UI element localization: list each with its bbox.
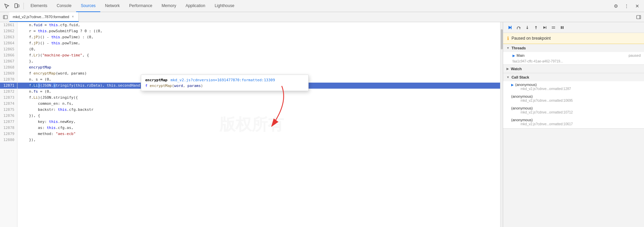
tooltip-link[interactable]: mkd_v2.js?cdnversion=1691477870:formatte… xyxy=(171,78,275,82)
line-num-12878: 12878 xyxy=(0,125,17,131)
line-num-12864: 12864 xyxy=(0,40,17,46)
code-line-12873: f.Li)(JSON.stringify({ xyxy=(17,95,503,101)
line-num-12872: 12872 xyxy=(0,89,17,95)
line-num-12871: 12871 xyxy=(0,83,17,89)
watch-label: Watch xyxy=(511,67,522,71)
line-num-12880: 12880 xyxy=(0,137,17,143)
file-tab-close[interactable]: × xyxy=(70,14,75,19)
svg-rect-21 xyxy=(562,26,564,29)
sidebar-toggle-button[interactable] xyxy=(1,13,9,21)
file-tab-mkd[interactable]: mkd_v2.js?cdnve...7870:formatted × xyxy=(9,12,79,22)
line-num-12869: 12869 xyxy=(0,71,17,77)
toolbar-divider-1 xyxy=(23,3,24,9)
close-devtools-button[interactable]: ✕ xyxy=(633,1,642,11)
code-line-12879: method: "aes-ecb" xyxy=(17,131,503,137)
line-num-12863: 12863 xyxy=(0,34,17,40)
paused-banner: ℹ Paused on breakpoint xyxy=(503,33,644,44)
inspect-icon-btn[interactable] xyxy=(2,1,11,11)
line-num-12867: 12867 xyxy=(0,58,17,64)
line-numbers: 12861 12862 12863 12864 12865 12866 1286… xyxy=(0,22,17,227)
code-editor[interactable]: 12861 12862 12863 12864 12865 12866 1286… xyxy=(0,22,503,227)
code-line-12880: }), xyxy=(17,137,503,143)
tab-lighthouse[interactable]: Lighthouse xyxy=(210,0,239,12)
call-stack-label: Call Stack xyxy=(512,75,529,79)
thread-main-item[interactable]: ▶ Main paused xyxy=(503,52,644,59)
line-num-12875: 12875 xyxy=(0,107,17,113)
code-line-12865: (0, xyxy=(17,46,503,52)
cs-func-2: (anonymous) xyxy=(511,106,533,110)
svg-marker-13 xyxy=(526,28,528,29)
tab-console[interactable]: Console xyxy=(52,0,76,12)
threads-chevron: ▼ xyxy=(506,46,509,50)
call-stack-header[interactable]: ▼ Call Stack xyxy=(503,73,644,81)
info-icon: ℹ xyxy=(507,36,509,41)
tab-sources[interactable]: Sources xyxy=(76,0,100,12)
tooltip-signature: f encryptMap(word, params) xyxy=(145,84,304,88)
watch-header[interactable]: ▶ Watch xyxy=(503,65,644,73)
file-tabbar: mkd_v2.js?cdnve...7870:formatted × xyxy=(0,12,644,22)
cs-loc-0: mkd_v2.js?cdnve...ormatted:1287 xyxy=(511,87,641,92)
tab-performance[interactable]: Performance xyxy=(124,0,157,12)
code-line-12868: encryptMap xyxy=(17,64,503,71)
thread-status: paused xyxy=(629,53,641,57)
cs-loc-1: mkd_v2.js?cdnve...ormatted:10695 xyxy=(511,98,641,103)
code-line-12877: key: this.newKey, xyxy=(17,119,503,125)
svg-rect-1 xyxy=(18,5,19,7)
cs-loc-2: mkd_v2.js?cdnve...ormatted:10712 xyxy=(511,110,641,115)
svg-rect-8 xyxy=(511,26,512,29)
svg-marker-15 xyxy=(535,26,537,27)
call-stack-chevron: ▼ xyxy=(506,76,509,79)
device-icon-btn[interactable] xyxy=(12,1,21,11)
code-line-12878: as: this.cfg.as, xyxy=(17,125,503,131)
cs-func-0: (anonymous) xyxy=(515,83,537,87)
threads-header[interactable]: ▼ Threads xyxy=(503,44,644,52)
cs-loc-3: mkd_v2.js?cdnve...ormatted:10617 xyxy=(511,122,641,127)
devtools-toolbar: Elements Console Sources Network Perform… xyxy=(0,0,644,12)
scrollbar[interactable] xyxy=(500,22,503,227)
line-num-12876: 12876 xyxy=(0,113,17,119)
paused-text: Paused on breakpoint xyxy=(512,36,551,41)
tab-network[interactable]: Network xyxy=(100,0,124,12)
pause-exceptions-button[interactable] xyxy=(558,24,566,32)
svg-rect-2 xyxy=(3,15,7,19)
step-out-button[interactable] xyxy=(532,24,540,32)
tooltip-func-name: encryptMap xyxy=(145,78,167,82)
deactivate-breakpoints-button[interactable] xyxy=(549,24,557,32)
watch-section: ▶ Watch xyxy=(503,65,644,73)
line-num-12877: 12877 xyxy=(0,119,17,125)
thread-arrow-icon: ▶ xyxy=(513,54,515,57)
code-line-12866: f.Lr)("machine-pow-time", { xyxy=(17,52,503,58)
more-options-button[interactable]: ⋮ xyxy=(622,1,631,11)
thread-name: ▶ Main xyxy=(513,53,525,57)
panel-toggle-button[interactable] xyxy=(635,13,643,21)
line-num-12873: 12873 xyxy=(0,95,17,101)
call-stack-item-1[interactable]: (anonymous) mkd_v2.js?cdnve...ormatted:1… xyxy=(503,93,644,105)
call-stack-item-2[interactable]: (anonymous) mkd_v2.js?cdnve...ormatted:1… xyxy=(503,105,644,117)
code-line-12863: f.jP)() - this.powTime) : (0, xyxy=(17,34,503,40)
line-num-12861: 12861 xyxy=(0,22,17,28)
line-num-12865: 12865 xyxy=(0,46,17,52)
watch-chevron: ▶ xyxy=(506,67,509,71)
code-tooltip: encryptMap mkd_v2.js?cdnversion=16914778… xyxy=(141,75,309,91)
step-into-button[interactable] xyxy=(523,24,531,32)
call-stack-item-0[interactable]: ▶ (anonymous) mkd_v2.js?cdnve...ormatted… xyxy=(503,81,644,93)
tab-application[interactable]: Application xyxy=(181,0,210,12)
resume-button[interactable] xyxy=(506,24,514,32)
code-line-12874: common_en: n.fs, xyxy=(17,101,503,107)
file-tab-name: mkd_v2.js?cdnve...7870:formatted xyxy=(13,15,69,19)
svg-rect-20 xyxy=(561,26,562,29)
step-over-button[interactable] xyxy=(515,24,523,32)
step-button[interactable] xyxy=(541,24,549,32)
line-num-12874: 12874 xyxy=(0,101,17,107)
svg-rect-0 xyxy=(15,4,17,8)
call-stack-item-3[interactable]: (anonymous) mkd_v2.js?cdnve...ormatted:1… xyxy=(503,117,644,128)
settings-button[interactable]: ⚙ xyxy=(611,1,621,11)
tab-elements[interactable]: Elements xyxy=(26,0,52,12)
code-line-12867: }, xyxy=(17,58,503,64)
scroll-thumb[interactable] xyxy=(501,29,503,49)
tab-memory[interactable]: Memory xyxy=(157,0,181,12)
code-line-12861: n.fuid = this.cfg.fuid, xyxy=(17,22,503,28)
code-content: n.fuid = this.cfg.fuid, r = this.powSubm… xyxy=(17,22,503,227)
cs-func-3: (anonymous) xyxy=(511,118,533,122)
line-num-12866: 12866 xyxy=(0,52,17,58)
